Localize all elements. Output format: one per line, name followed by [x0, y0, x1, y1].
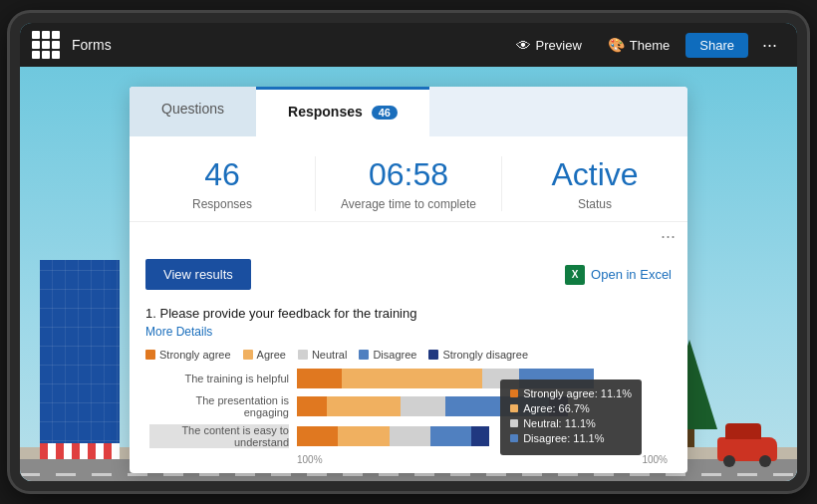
- legend-item: Strongly agree: [145, 349, 231, 361]
- open-excel-button[interactable]: X Open in Excel: [565, 265, 672, 285]
- tabs-row: Questions Responses 46: [130, 87, 687, 136]
- chart-area: The training is helpfulThe presentation …: [145, 369, 672, 465]
- tab-responses[interactable]: Responses 46: [256, 87, 429, 136]
- chart-row-label: The training is helpful: [149, 373, 289, 384]
- bar-segment: [342, 369, 482, 388]
- tablet-frame: Forms 👁 Preview 🎨 Theme Share ···: [10, 13, 807, 491]
- bar-segment: [390, 426, 430, 446]
- bar-segment: [338, 426, 390, 446]
- bar-segment: [297, 369, 342, 388]
- bar-segment: [297, 426, 338, 446]
- theme-button[interactable]: 🎨 Theme: [598, 32, 680, 58]
- toolbar: Forms 👁 Preview 🎨 Theme Share ···: [20, 23, 797, 67]
- preview-button[interactable]: 👁 Preview: [506, 32, 592, 59]
- content-area: Questions Responses 46 46 Responses 06:5…: [20, 67, 797, 481]
- tooltip-row: Agree: 66.7%: [510, 402, 632, 414]
- stats-row: 46 Responses 06:58 Average time to compl…: [130, 136, 687, 222]
- question-number: 1.: [145, 306, 156, 321]
- bar-segment: [401, 396, 445, 416]
- stats-more-button[interactable]: ···: [130, 222, 687, 251]
- avg-time-value: 06:58: [316, 156, 501, 193]
- awning-illustration: [40, 443, 120, 459]
- legend-item: Disagree: [359, 349, 416, 361]
- actions-row: View results X Open in Excel: [130, 251, 687, 298]
- tooltip-row: Neutral: 11.1%: [510, 417, 632, 429]
- chart-axis: 100%100%: [149, 454, 668, 465]
- bar-segment: [471, 426, 490, 446]
- more-details-link[interactable]: More Details: [145, 325, 672, 339]
- responses-label: Responses: [130, 197, 315, 211]
- chart-legend: Strongly agreeAgreeNeutralDisagreeStrong…: [145, 349, 672, 361]
- tooltip-row: Strongly agree: 11.1%: [510, 387, 632, 399]
- theme-icon: 🎨: [608, 37, 625, 53]
- app-grid-icon[interactable]: [32, 31, 60, 59]
- responses-badge: 46: [372, 106, 398, 120]
- chart-row-label: The content is easy to understand: [149, 424, 289, 448]
- legend-item: Agree: [243, 349, 286, 361]
- question-text: Please provide your feedback for the tra…: [159, 306, 416, 321]
- tooltip-row: Disagree: 11.1%: [510, 432, 632, 444]
- stat-avg-time: 06:58 Average time to complete: [316, 156, 502, 211]
- legend-item: Strongly disagree: [428, 349, 528, 361]
- stat-status: Active Status: [502, 156, 687, 211]
- app-name: Forms: [72, 37, 112, 53]
- toolbar-actions: 👁 Preview 🎨 Theme Share ···: [506, 31, 785, 60]
- question-title: 1. Please provide your feedback for the …: [145, 306, 672, 321]
- forms-panel: Questions Responses 46 46 Responses 06:5…: [130, 87, 687, 473]
- stat-responses: 46 Responses: [130, 156, 316, 211]
- avg-time-label: Average time to complete: [316, 197, 501, 211]
- question-section: 1. Please provide your feedback for the …: [130, 298, 687, 473]
- chart-tooltip: Strongly agree: 11.1%Agree: 66.7%Neutral…: [500, 379, 642, 455]
- car-illustration: [717, 437, 777, 461]
- bar-segment: [430, 426, 471, 446]
- status-value: Active: [502, 156, 687, 193]
- bar-segment: [327, 396, 401, 416]
- view-results-button[interactable]: View results: [145, 259, 251, 290]
- building-illustration: [40, 260, 120, 459]
- bar-segment: [297, 396, 327, 416]
- preview-icon: 👁: [516, 37, 531, 54]
- tab-questions[interactable]: Questions: [130, 87, 256, 136]
- chart-row-label: The presentation is engaging: [149, 394, 289, 418]
- responses-value: 46: [130, 156, 315, 193]
- status-label: Status: [502, 197, 687, 211]
- legend-item: Neutral: [298, 349, 347, 361]
- share-button[interactable]: Share: [685, 33, 748, 58]
- excel-icon: X: [565, 265, 585, 285]
- tablet-screen: Forms 👁 Preview 🎨 Theme Share ···: [20, 23, 797, 481]
- more-options-button[interactable]: ···: [754, 31, 785, 60]
